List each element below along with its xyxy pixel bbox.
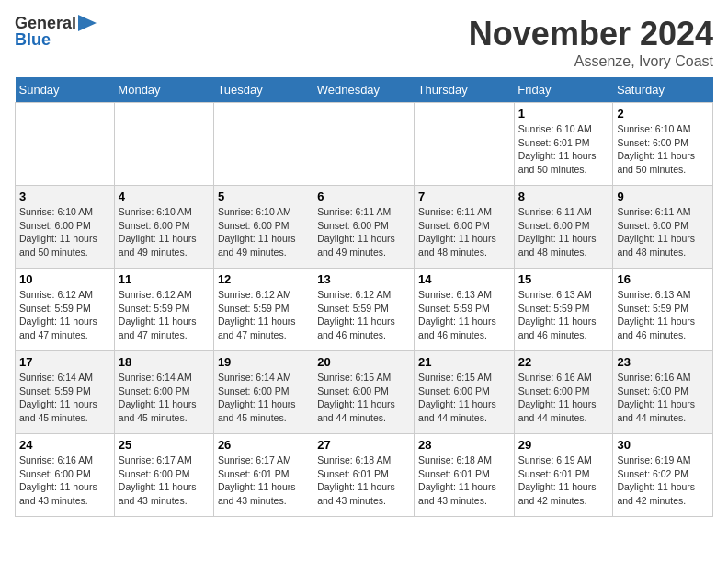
calendar-cell: 18Sunrise: 6:14 AM Sunset: 6:00 PM Dayli…	[114, 351, 213, 434]
calendar-cell: 29Sunrise: 6:19 AM Sunset: 6:01 PM Dayli…	[514, 434, 613, 517]
calendar-cell: 13Sunrise: 6:12 AM Sunset: 5:59 PM Dayli…	[313, 269, 415, 351]
calendar-cell: 7Sunrise: 6:11 AM Sunset: 6:00 PM Daylig…	[415, 186, 515, 269]
calendar-cell	[16, 103, 115, 186]
calendar-cell: 6Sunrise: 6:11 AM Sunset: 6:00 PM Daylig…	[313, 186, 415, 269]
day-info: Sunrise: 6:16 AM Sunset: 6:00 PM Dayligh…	[617, 371, 709, 425]
calendar-cell: 24Sunrise: 6:16 AM Sunset: 6:00 PM Dayli…	[16, 434, 115, 517]
calendar-cell: 20Sunrise: 6:15 AM Sunset: 6:00 PM Dayli…	[313, 351, 415, 434]
calendar-cell: 5Sunrise: 6:10 AM Sunset: 6:00 PM Daylig…	[213, 186, 313, 269]
calendar-cell: 3Sunrise: 6:10 AM Sunset: 6:00 PM Daylig…	[16, 186, 115, 269]
day-number: 8	[518, 190, 609, 203]
day-number: 29	[518, 438, 609, 452]
day-info: Sunrise: 6:13 AM Sunset: 5:59 PM Dayligh…	[518, 288, 609, 342]
calendar-cell: 25Sunrise: 6:17 AM Sunset: 6:00 PM Dayli…	[114, 434, 213, 517]
day-number: 7	[418, 190, 510, 203]
logo-blue: Blue	[15, 31, 97, 50]
calendar-cell: 12Sunrise: 6:12 AM Sunset: 5:59 PM Dayli…	[213, 269, 313, 351]
title-section: November 2024 Assenze, Ivory Coast	[469, 15, 713, 70]
calendar-cell: 28Sunrise: 6:18 AM Sunset: 6:01 PM Dayli…	[415, 434, 515, 517]
weekday-header-tuesday: Tuesday	[213, 77, 313, 103]
day-number: 17	[19, 355, 110, 369]
calendar-cell: 27Sunrise: 6:18 AM Sunset: 6:01 PM Dayli…	[313, 434, 415, 517]
day-info: Sunrise: 6:10 AM Sunset: 6:00 PM Dayligh…	[19, 205, 110, 259]
day-info: Sunrise: 6:15 AM Sunset: 6:00 PM Dayligh…	[418, 371, 510, 425]
day-info: Sunrise: 6:16 AM Sunset: 6:00 PM Dayligh…	[19, 454, 110, 508]
day-number: 24	[19, 438, 110, 452]
calendar-cell: 10Sunrise: 6:12 AM Sunset: 5:59 PM Dayli…	[16, 269, 115, 351]
day-number: 18	[119, 355, 210, 369]
day-info: Sunrise: 6:19 AM Sunset: 6:01 PM Dayligh…	[518, 454, 609, 508]
day-number: 4	[119, 190, 210, 203]
calendar-cell: 8Sunrise: 6:11 AM Sunset: 6:00 PM Daylig…	[514, 186, 613, 269]
day-info: Sunrise: 6:15 AM Sunset: 6:00 PM Dayligh…	[317, 371, 410, 425]
month-title: November 2024	[469, 15, 713, 53]
day-number: 11	[119, 272, 210, 286]
day-info: Sunrise: 6:19 AM Sunset: 6:02 PM Dayligh…	[617, 454, 709, 508]
day-info: Sunrise: 6:12 AM Sunset: 5:59 PM Dayligh…	[119, 288, 210, 342]
day-number: 6	[317, 190, 410, 203]
day-number: 30	[617, 438, 709, 452]
day-info: Sunrise: 6:13 AM Sunset: 5:59 PM Dayligh…	[418, 288, 510, 342]
day-info: Sunrise: 6:14 AM Sunset: 6:00 PM Dayligh…	[218, 371, 309, 425]
calendar-cell	[415, 103, 515, 186]
day-number: 28	[418, 438, 510, 452]
day-info: Sunrise: 6:10 AM Sunset: 6:00 PM Dayligh…	[119, 205, 210, 259]
day-info: Sunrise: 6:11 AM Sunset: 6:00 PM Dayligh…	[617, 205, 709, 259]
day-number: 5	[218, 190, 309, 203]
calendar-cell: 19Sunrise: 6:14 AM Sunset: 6:00 PM Dayli…	[213, 351, 313, 434]
day-info: Sunrise: 6:11 AM Sunset: 6:00 PM Dayligh…	[317, 205, 410, 259]
day-number: 12	[218, 272, 309, 286]
calendar-cell: 9Sunrise: 6:11 AM Sunset: 6:00 PM Daylig…	[613, 186, 713, 269]
day-info: Sunrise: 6:10 AM Sunset: 6:00 PM Dayligh…	[218, 205, 309, 259]
calendar-cell: 23Sunrise: 6:16 AM Sunset: 6:00 PM Dayli…	[613, 351, 713, 434]
day-info: Sunrise: 6:14 AM Sunset: 6:00 PM Dayligh…	[119, 371, 210, 425]
day-number: 27	[317, 438, 410, 452]
calendar-cell: 14Sunrise: 6:13 AM Sunset: 5:59 PM Dayli…	[415, 269, 515, 351]
day-info: Sunrise: 6:11 AM Sunset: 6:00 PM Dayligh…	[418, 205, 510, 259]
weekday-header-saturday: Saturday	[613, 77, 713, 103]
day-info: Sunrise: 6:10 AM Sunset: 6:01 PM Dayligh…	[518, 122, 609, 177]
day-info: Sunrise: 6:17 AM Sunset: 6:01 PM Dayligh…	[218, 454, 309, 508]
weekday-header-wednesday: Wednesday	[313, 77, 415, 103]
weekday-header-monday: Monday	[114, 77, 213, 103]
calendar-cell: 22Sunrise: 6:16 AM Sunset: 6:00 PM Dayli…	[514, 351, 613, 434]
calendar-cell	[213, 103, 313, 186]
day-info: Sunrise: 6:10 AM Sunset: 6:00 PM Dayligh…	[617, 122, 709, 177]
location-title: Assenze, Ivory Coast	[469, 53, 713, 70]
day-number: 10	[19, 272, 110, 286]
day-info: Sunrise: 6:12 AM Sunset: 5:59 PM Dayligh…	[19, 288, 110, 342]
day-number: 9	[617, 190, 709, 203]
day-number: 23	[617, 355, 709, 369]
day-number: 16	[617, 272, 709, 286]
day-number: 21	[418, 355, 510, 369]
calendar-cell: 30Sunrise: 6:19 AM Sunset: 6:02 PM Dayli…	[613, 434, 713, 517]
day-number: 26	[218, 438, 309, 452]
day-info: Sunrise: 6:16 AM Sunset: 6:00 PM Dayligh…	[518, 371, 609, 425]
calendar-cell	[313, 103, 415, 186]
calendar-table: SundayMondayTuesdayWednesdayThursdayFrid…	[15, 77, 713, 517]
day-number: 1	[518, 107, 609, 121]
day-info: Sunrise: 6:11 AM Sunset: 6:00 PM Dayligh…	[518, 205, 609, 259]
logo-arrow-icon	[78, 15, 97, 31]
day-number: 15	[518, 272, 609, 286]
calendar-cell: 17Sunrise: 6:14 AM Sunset: 5:59 PM Dayli…	[16, 351, 115, 434]
calendar-cell: 15Sunrise: 6:13 AM Sunset: 5:59 PM Dayli…	[514, 269, 613, 351]
calendar-cell: 1Sunrise: 6:10 AM Sunset: 6:01 PM Daylig…	[514, 103, 613, 186]
logo: General Blue	[15, 15, 97, 50]
day-info: Sunrise: 6:12 AM Sunset: 5:59 PM Dayligh…	[218, 288, 309, 342]
day-info: Sunrise: 6:14 AM Sunset: 5:59 PM Dayligh…	[19, 371, 110, 425]
day-number: 13	[317, 272, 410, 286]
day-number: 25	[119, 438, 210, 452]
day-info: Sunrise: 6:13 AM Sunset: 5:59 PM Dayligh…	[617, 288, 709, 342]
day-info: Sunrise: 6:17 AM Sunset: 6:00 PM Dayligh…	[119, 454, 210, 508]
day-number: 19	[218, 355, 309, 369]
weekday-header-friday: Friday	[514, 77, 613, 103]
weekday-header-sunday: Sunday	[16, 77, 115, 103]
day-info: Sunrise: 6:18 AM Sunset: 6:01 PM Dayligh…	[418, 454, 510, 508]
day-number: 20	[317, 355, 410, 369]
calendar-cell: 4Sunrise: 6:10 AM Sunset: 6:00 PM Daylig…	[114, 186, 213, 269]
weekday-header-thursday: Thursday	[415, 77, 515, 103]
day-info: Sunrise: 6:12 AM Sunset: 5:59 PM Dayligh…	[317, 288, 410, 342]
day-number: 22	[518, 355, 609, 369]
svg-marker-0	[78, 15, 97, 31]
